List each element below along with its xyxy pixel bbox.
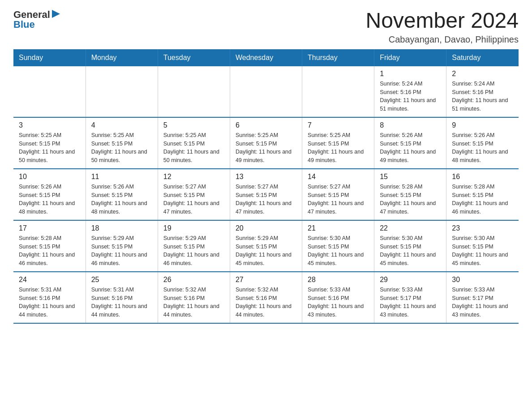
day-number-26: 26 [163,276,224,284]
day-cell-w4-d5: 21Sunrise: 5:30 AMSunset: 5:15 PMDayligh… [302,220,374,272]
day-cell-w5-d7: 30Sunrise: 5:33 AMSunset: 5:17 PMDayligh… [446,272,519,323]
day-info-19: Sunrise: 5:29 AMSunset: 5:15 PMDaylight:… [163,234,224,268]
day-number-6: 6 [236,121,296,129]
day-number-5: 5 [163,121,224,129]
day-cell-w4-d1: 17Sunrise: 5:28 AMSunset: 5:15 PMDayligh… [13,220,86,272]
day-cell-w5-d5: 28Sunrise: 5:33 AMSunset: 5:16 PMDayligh… [302,272,374,323]
day-number-18: 18 [91,224,152,232]
day-info-15: Sunrise: 5:28 AMSunset: 5:15 PMDaylight:… [380,183,441,216]
day-cell-w1-d1 [13,66,86,117]
day-number-12: 12 [163,173,224,181]
day-number-10: 10 [19,173,80,181]
day-cell-w2-d6: 8Sunrise: 5:26 AMSunset: 5:15 PMDaylight… [374,117,446,169]
day-info-2: Sunrise: 5:24 AMSunset: 5:16 PMDaylight:… [452,80,513,113]
week-row-5: 24Sunrise: 5:31 AMSunset: 5:16 PMDayligh… [13,272,519,323]
day-number-27: 27 [236,276,296,284]
day-number-3: 3 [19,121,80,129]
day-info-29: Sunrise: 5:33 AMSunset: 5:17 PMDaylight:… [380,286,441,319]
day-number-1: 1 [380,70,441,78]
day-number-28: 28 [308,276,369,284]
day-number-20: 20 [236,224,296,232]
day-cell-w2-d1: 3Sunrise: 5:25 AMSunset: 5:15 PMDaylight… [13,117,86,169]
day-info-10: Sunrise: 5:26 AMSunset: 5:15 PMDaylight:… [19,183,80,216]
day-info-9: Sunrise: 5:26 AMSunset: 5:15 PMDaylight:… [452,131,513,165]
calendar-body: 1Sunrise: 5:24 AMSunset: 5:16 PMDaylight… [13,66,519,323]
day-cell-w5-d1: 24Sunrise: 5:31 AMSunset: 5:16 PMDayligh… [13,272,86,323]
day-number-7: 7 [308,121,369,129]
day-info-7: Sunrise: 5:25 AMSunset: 5:15 PMDaylight:… [308,131,369,165]
day-info-18: Sunrise: 5:29 AMSunset: 5:15 PMDaylight:… [91,234,152,268]
header-tuesday: Tuesday [158,49,230,66]
day-info-26: Sunrise: 5:32 AMSunset: 5:16 PMDaylight:… [163,286,224,319]
day-number-23: 23 [452,224,513,232]
day-number-19: 19 [163,224,224,232]
day-cell-w2-d3: 5Sunrise: 5:25 AMSunset: 5:15 PMDaylight… [158,117,230,169]
day-number-14: 14 [308,173,369,181]
header-friday: Friday [374,49,446,66]
day-info-21: Sunrise: 5:30 AMSunset: 5:15 PMDaylight:… [308,234,369,268]
logo-blue-text: Blue [13,19,61,30]
day-info-16: Sunrise: 5:28 AMSunset: 5:15 PMDaylight:… [452,183,513,216]
day-info-12: Sunrise: 5:27 AMSunset: 5:15 PMDaylight:… [163,183,224,216]
day-cell-w3-d2: 11Sunrise: 5:26 AMSunset: 5:15 PMDayligh… [86,169,158,220]
day-info-17: Sunrise: 5:28 AMSunset: 5:15 PMDaylight:… [19,234,80,268]
day-cell-w2-d4: 6Sunrise: 5:25 AMSunset: 5:15 PMDaylight… [230,117,302,169]
day-info-3: Sunrise: 5:25 AMSunset: 5:15 PMDaylight:… [19,131,80,165]
day-number-17: 17 [19,224,80,232]
day-cell-w5-d4: 27Sunrise: 5:32 AMSunset: 5:16 PMDayligh… [230,272,302,323]
day-info-14: Sunrise: 5:27 AMSunset: 5:15 PMDaylight:… [308,183,369,216]
svg-marker-0 [52,10,60,18]
day-cell-w2-d5: 7Sunrise: 5:25 AMSunset: 5:15 PMDaylight… [302,117,374,169]
day-cell-w5-d3: 26Sunrise: 5:32 AMSunset: 5:16 PMDayligh… [158,272,230,323]
day-cell-w1-d6: 1Sunrise: 5:24 AMSunset: 5:16 PMDaylight… [374,66,446,117]
day-number-15: 15 [380,173,441,181]
day-info-25: Sunrise: 5:31 AMSunset: 5:16 PMDaylight:… [91,286,152,319]
day-info-20: Sunrise: 5:29 AMSunset: 5:15 PMDaylight:… [236,234,296,268]
day-cell-w4-d2: 18Sunrise: 5:29 AMSunset: 5:15 PMDayligh… [86,220,158,272]
day-cell-w2-d2: 4Sunrise: 5:25 AMSunset: 5:15 PMDaylight… [86,117,158,169]
week-row-3: 10Sunrise: 5:26 AMSunset: 5:15 PMDayligh… [13,169,519,220]
main-title: November 2024 [365,9,519,33]
day-cell-w1-d7: 2Sunrise: 5:24 AMSunset: 5:16 PMDaylight… [446,66,519,117]
day-number-11: 11 [91,173,152,181]
day-cell-w4-d6: 22Sunrise: 5:30 AMSunset: 5:15 PMDayligh… [374,220,446,272]
day-info-22: Sunrise: 5:30 AMSunset: 5:15 PMDaylight:… [380,234,441,268]
day-number-16: 16 [452,173,513,181]
day-cell-w1-d3 [158,66,230,117]
day-info-8: Sunrise: 5:26 AMSunset: 5:15 PMDaylight:… [380,131,441,165]
day-cell-w4-d3: 19Sunrise: 5:29 AMSunset: 5:15 PMDayligh… [158,220,230,272]
location-subtitle: Cabayangan, Davao, Philippines [365,34,519,45]
day-cell-w1-d5 [302,66,374,117]
day-cell-w1-d2 [86,66,158,117]
header-sunday: Sunday [13,49,86,66]
day-number-24: 24 [19,276,80,284]
day-number-25: 25 [91,276,152,284]
day-info-23: Sunrise: 5:30 AMSunset: 5:15 PMDaylight:… [452,234,513,268]
logo: General Blue [13,9,61,30]
day-number-4: 4 [91,121,152,129]
week-row-4: 17Sunrise: 5:28 AMSunset: 5:15 PMDayligh… [13,220,519,272]
page-header: General Blue November 2024 Cabayangan, D… [13,9,519,45]
calendar-header: SundayMondayTuesdayWednesdayThursdayFrid… [13,49,519,66]
day-cell-w3-d4: 13Sunrise: 5:27 AMSunset: 5:15 PMDayligh… [230,169,302,220]
day-number-2: 2 [452,70,513,78]
header-thursday: Thursday [302,49,374,66]
day-info-5: Sunrise: 5:25 AMSunset: 5:15 PMDaylight:… [163,131,224,165]
day-number-8: 8 [380,121,441,129]
calendar-table: SundayMondayTuesdayWednesdayThursdayFrid… [13,49,519,324]
day-number-22: 22 [380,224,441,232]
day-cell-w4-d4: 20Sunrise: 5:29 AMSunset: 5:15 PMDayligh… [230,220,302,272]
day-number-21: 21 [308,224,369,232]
logo-arrow-icon [51,9,61,19]
day-info-30: Sunrise: 5:33 AMSunset: 5:17 PMDaylight:… [452,286,513,319]
day-info-13: Sunrise: 5:27 AMSunset: 5:15 PMDaylight:… [236,183,296,216]
day-cell-w3-d1: 10Sunrise: 5:26 AMSunset: 5:15 PMDayligh… [13,169,86,220]
week-row-2: 3Sunrise: 5:25 AMSunset: 5:15 PMDaylight… [13,117,519,169]
day-headers-row: SundayMondayTuesdayWednesdayThursdayFrid… [13,49,519,66]
day-info-27: Sunrise: 5:32 AMSunset: 5:16 PMDaylight:… [236,286,296,319]
day-cell-w4-d7: 23Sunrise: 5:30 AMSunset: 5:15 PMDayligh… [446,220,519,272]
day-cell-w5-d6: 29Sunrise: 5:33 AMSunset: 5:17 PMDayligh… [374,272,446,323]
day-number-13: 13 [236,173,296,181]
title-section: November 2024 Cabayangan, Davao, Philipp… [365,9,519,45]
day-info-28: Sunrise: 5:33 AMSunset: 5:16 PMDaylight:… [308,286,369,319]
